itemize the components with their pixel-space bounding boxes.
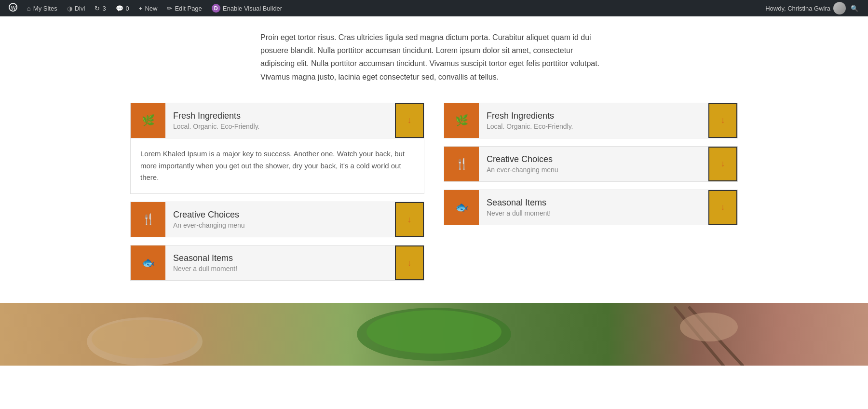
my-sites-item[interactable]: ⌂ My Sites [22, 0, 62, 16]
creative-icon-box-right: 🍴 [444, 147, 479, 181]
new-label: New [145, 5, 157, 12]
howdy-label: Howdy, Christina Gwira [765, 5, 830, 12]
divi-builder-icon: D [212, 4, 220, 13]
seasonal-arrow-right: ↓ [721, 202, 725, 212]
edit-page-label: Edit Page [175, 5, 202, 12]
creative-title-right: Creative Choices [487, 154, 701, 164]
seasonal-icon-box-right: 🐟 [444, 190, 479, 225]
creative-title-area-left: Creative Choices An ever-changing menu [165, 202, 395, 237]
seasonal-title-left: Seasonal Items [173, 253, 387, 263]
bottom-image-visual [0, 303, 868, 366]
accordion-seasonal-left: 🐟 Seasonal Items Never a dull moment! ↓ [130, 245, 424, 281]
fresh-icon-box-right: 🌿 [444, 103, 479, 138]
svg-text:W: W [11, 4, 16, 10]
accordion-header-fresh-left[interactable]: 🌿 Fresh Ingredients Local. Organic. Eco-… [131, 103, 424, 138]
creative-toggle-right[interactable]: ↓ [708, 147, 737, 181]
accordion-fresh-right: 🌿 Fresh Ingredients Local. Organic. Eco-… [444, 103, 738, 138]
accordion-creative-right: 🍴 Creative Choices An ever-changing menu… [444, 146, 738, 182]
creative-arrow-right: ↓ [721, 159, 725, 169]
fresh-content-text-left: Lorem Khaled Ipsum is a major key to suc… [140, 148, 414, 184]
seasonal-toggle-right[interactable]: ↓ [708, 190, 737, 225]
fresh-subtitle-left: Local. Organic. Eco-Friendly. [173, 123, 387, 130]
wp-logo-item[interactable]: W [4, 0, 22, 16]
pencil-icon: ✏ [167, 5, 172, 12]
updates-item[interactable]: ↻ 3 [90, 0, 110, 16]
fresh-toggle-left[interactable]: ↓ [395, 103, 424, 138]
accordion-fresh-ingredients-left: 🌿 Fresh Ingredients Local. Organic. Eco-… [130, 103, 424, 194]
fork-icon-right: 🍴 [455, 158, 468, 170]
edit-page-item[interactable]: ✏ Edit Page [162, 0, 206, 16]
accordion-header-creative-right[interactable]: 🍴 Creative Choices An ever-changing menu… [444, 147, 737, 181]
creative-toggle-left[interactable]: ↓ [395, 202, 424, 237]
seasonal-toggle-left[interactable]: ↓ [395, 245, 424, 280]
accordion-seasonal-right: 🐟 Seasonal Items Never a dull moment! ↓ [444, 190, 738, 225]
accordion-header-seasonal-left[interactable]: 🐟 Seasonal Items Never a dull moment! ↓ [131, 245, 424, 280]
creative-subtitle-right: An ever-changing menu [487, 166, 701, 174]
accordion-header-fresh-right[interactable]: 🌿 Fresh Ingredients Local. Organic. Eco-… [444, 103, 737, 138]
fork-icon-left: 🍴 [142, 213, 155, 226]
divi-label: Divi [75, 5, 85, 12]
avatar [833, 2, 846, 14]
page-content: Proin eget tortor risus. Cras ultricies … [0, 16, 868, 366]
plus-icon: + [139, 5, 143, 12]
divi-item[interactable]: ◑ Divi [62, 0, 90, 16]
seasonal-arrow-left: ↓ [407, 258, 412, 268]
seasonal-title-area-left: Seasonal Items Never a dull moment! [165, 245, 395, 280]
my-sites-label: My Sites [33, 5, 57, 12]
fresh-arrow-right: ↓ [721, 115, 725, 125]
fresh-arrow-left: ↓ [407, 115, 412, 125]
fresh-icon-box-left: 🌿 [131, 103, 165, 138]
food-image-svg [0, 303, 868, 366]
intro-paragraph: Proin eget tortor risus. Cras ultricies … [260, 31, 608, 83]
bottom-image-section [0, 303, 868, 366]
seasonal-subtitle-right: Never a dull moment! [487, 209, 701, 217]
seasonal-icon-box-left: 🐟 [131, 245, 165, 280]
divi-builder-label: Enable Visual Builder [223, 5, 282, 12]
svg-point-4 [92, 320, 198, 358]
accordion-creative-left: 🍴 Creative Choices An ever-changing menu… [130, 202, 424, 237]
refresh-icon: ↻ [95, 5, 100, 12]
leaf-icon-right: 🌿 [455, 114, 468, 127]
new-item[interactable]: + New [134, 0, 163, 16]
comments-count: 0 [126, 5, 129, 12]
left-column: 🌿 Fresh Ingredients Local. Organic. Eco-… [121, 103, 434, 288]
search-icon[interactable]: 🔍 [849, 3, 860, 14]
creative-icon-box-left: 🍴 [131, 202, 165, 237]
accordion-header-seasonal-right[interactable]: 🐟 Seasonal Items Never a dull moment! ↓ [444, 190, 737, 225]
fresh-title-area-right: Fresh Ingredients Local. Organic. Eco-Fr… [479, 103, 708, 138]
admin-bar-right: Howdy, Christina Gwira 🔍 [765, 2, 864, 14]
right-column: 🌿 Fresh Ingredients Local. Organic. Eco-… [434, 103, 747, 288]
leaf-icon-left: 🌿 [142, 114, 155, 127]
comments-item[interactable]: 💬 0 [111, 0, 134, 16]
creative-title-area-right: Creative Choices An ever-changing menu [479, 147, 708, 181]
seasonal-title-right: Seasonal Items [487, 198, 701, 208]
fresh-subtitle-right: Local. Organic. Eco-Friendly. [487, 123, 701, 130]
svg-point-9 [680, 313, 738, 341]
seasonal-subtitle-left: Never a dull moment! [173, 265, 387, 273]
svg-point-6 [366, 310, 502, 354]
divi-builder-item[interactable]: D Enable Visual Builder [207, 0, 287, 16]
home-icon: ⌂ [27, 5, 31, 12]
creative-subtitle-left: An ever-changing menu [173, 221, 387, 229]
divi-icon: ◑ [67, 5, 72, 12]
fish-icon-right: 🐟 [455, 201, 468, 214]
fish-icon-left: 🐟 [142, 257, 155, 269]
creative-title-left: Creative Choices [173, 210, 387, 220]
fresh-title-left: Fresh Ingredients [173, 111, 387, 121]
comment-icon: 💬 [116, 5, 123, 12]
fresh-content-left: Lorem Khaled Ipsum is a major key to suc… [131, 138, 424, 193]
accordion-header-creative-left[interactable]: 🍴 Creative Choices An ever-changing menu… [131, 202, 424, 237]
updates-count: 3 [102, 5, 106, 12]
admin-bar: W ⌂ My Sites ◑ Divi ↻ 3 💬 0 + New ✏ Edit… [0, 0, 868, 16]
fresh-toggle-right[interactable]: ↓ [708, 103, 737, 138]
wp-icon: W [9, 3, 17, 14]
intro-text: Proin eget tortor risus. Cras ultricies … [251, 31, 617, 83]
creative-arrow-left: ↓ [407, 215, 412, 225]
seasonal-title-area-right: Seasonal Items Never a dull moment! [479, 190, 708, 225]
two-col-layout: 🌿 Fresh Ingredients Local. Organic. Eco-… [111, 103, 757, 288]
fresh-title-area-left: Fresh Ingredients Local. Organic. Eco-Fr… [165, 103, 395, 138]
fresh-title-right: Fresh Ingredients [487, 111, 701, 121]
